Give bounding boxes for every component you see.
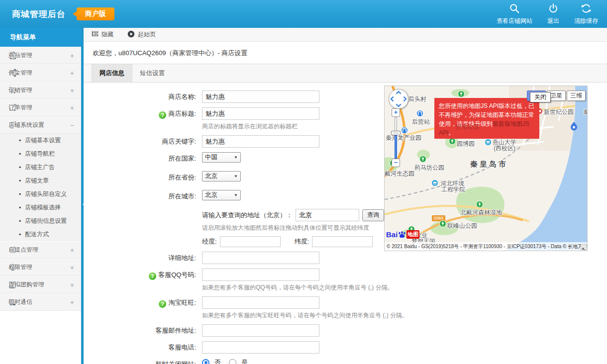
map-pan-control[interactable] <box>389 89 408 109</box>
bullet-icon: • <box>19 191 21 198</box>
map-marker-school-icon <box>431 180 438 186</box>
qq-hint: 如果您有多个客服的QQ号码，请在每个号码之间使用半角逗号 (,) 分隔。 <box>202 283 394 292</box>
start-page-button[interactable]: 起始页 <box>127 30 156 39</box>
city-select[interactable]: 北京▼ <box>202 190 241 200</box>
sidebar-subitem[interactable]: •店铺基本设置 <box>0 134 81 147</box>
expand-toggle-icon: − <box>70 121 74 129</box>
start-page-label: 起始页 <box>138 30 156 39</box>
sidebar-subitem[interactable]: •配送方式 <box>0 228 81 241</box>
map-marker-drop-icon <box>570 122 578 131</box>
sidebar-item[interactable]: 佣金管理+ <box>0 64 81 82</box>
shop-keywords-input[interactable] <box>202 135 319 148</box>
radio-label: 否 <box>214 358 221 364</box>
baidu-map-badge: 地图 <box>406 230 419 239</box>
close-site-label: 暂时关闭网站: <box>92 358 202 364</box>
shop-name-input[interactable] <box>202 91 319 103</box>
map-place-label: 戴河生态园 <box>385 170 414 178</box>
province-select[interactable]: 北京▼ <box>202 171 241 182</box>
sidebar-subitem[interactable]: •店铺头部自定义 <box>0 187 81 201</box>
map-place-label: 秦皇岛市 <box>470 160 508 169</box>
map-place-label: 工程学院 <box>441 185 465 194</box>
service-phone-input[interactable] <box>202 341 319 354</box>
sidebar-item[interactable]: 即时通信+ <box>0 293 81 311</box>
map-type-button-三维[interactable]: 三维 <box>567 91 586 101</box>
baidu-map[interactable]: + − 地图卫星三维 关闭 您所使用的地图JS API版本过低，已不再维护，为保… <box>384 86 588 251</box>
longitude-input[interactable] <box>220 236 281 247</box>
tab-active[interactable]: 网店信息 <box>92 64 132 82</box>
latitude-label: 纬度: <box>295 237 309 246</box>
sidebar: 导航菜单 商品管理+佣金管理+促销管理+订单管理+店铺系统设置−•店铺基本设置•… <box>0 28 81 364</box>
qq-input[interactable] <box>202 269 319 281</box>
city-label: 所在城市: <box>92 190 202 202</box>
sidebar-item[interactable]: 促销管理+ <box>0 82 81 99</box>
country-select[interactable]: 中国▼ <box>202 152 241 163</box>
wangwang-input[interactable] <box>202 296 319 309</box>
service-email-label: 客服邮件地址: <box>92 324 202 337</box>
shop-title-hint: 商店的标题将显示在浏览器的标题栏 <box>202 122 319 131</box>
help-icon[interactable]: ? <box>159 300 166 308</box>
baidu-logo: Bai 地图 <box>386 230 419 239</box>
tab-bar: 网店信息短信设置 <box>84 64 607 83</box>
header-action-search[interactable]: 查看店铺网站 <box>497 3 532 25</box>
sidebar-item[interactable]: 虚拟团购管理+ <box>0 276 81 293</box>
expand-toggle-icon: + <box>70 298 74 306</box>
address-query-button[interactable]: 查询 <box>362 209 384 221</box>
shop-keywords-label: 商店关键字: <box>92 135 202 148</box>
sidebar-item[interactable]: 自提点管理+ <box>0 241 81 259</box>
page: 商城管理后台 商户版 查看店铺网站退出清除缓存 导航菜单 商品管理+佣金管理+促… <box>0 0 607 364</box>
map-zoom-out-button[interactable]: − <box>392 159 400 167</box>
shop-title-input[interactable] <box>202 107 319 120</box>
expand-toggle-icon: + <box>70 281 74 289</box>
header-action-power[interactable]: 退出 <box>547 3 559 25</box>
bullet-icon: • <box>19 231 21 238</box>
map-zoom-slider-handle[interactable] <box>391 131 401 135</box>
sidebar-subitem[interactable]: •店铺模板选择 <box>0 201 81 214</box>
map-marker-park-icon <box>449 138 456 145</box>
baidu-paw-icon <box>398 231 406 238</box>
sidebar-item-label: 订单管理 <box>8 103 32 112</box>
map-place-label: 新世纪公园 <box>544 108 574 116</box>
map-place-label: 后头村 <box>408 95 426 103</box>
hide-button[interactable]: 隐藏 <box>92 30 113 39</box>
hide-label: 隐藏 <box>101 30 113 39</box>
sidebar-subitem[interactable]: •店铺导航栏 <box>0 147 81 161</box>
map-copyright: © 2021 Baidu - GS(2019)5218号 - 甲测资字11009… <box>385 242 587 251</box>
service-email-input[interactable] <box>202 324 319 337</box>
map-place-label: 园博园 <box>457 140 475 148</box>
sidebar-menu: 商品管理+佣金管理+促销管理+订单管理+店铺系统设置−•店铺基本设置•店铺导航栏… <box>0 47 81 311</box>
latitude-input[interactable] <box>312 236 373 247</box>
map-marker-metro-icon <box>416 110 423 117</box>
expand-toggle-icon: + <box>70 104 74 112</box>
sidebar-subitem[interactable]: •店铺街信息设置 <box>0 214 81 228</box>
map-warning-close-button[interactable]: 关闭 <box>530 92 551 102</box>
map-place-label: 北戴河森林湿地 <box>460 208 502 217</box>
map-zoom-in-button[interactable]: + <box>392 108 400 117</box>
map-api-warning: 您所使用的地图JS API版本过低，已不再维护，为保证地图基本功能正常使用，请尽… <box>434 98 539 139</box>
close-site-radio-是[interactable] <box>229 359 236 364</box>
map-marker-park-icon <box>439 220 446 227</box>
map-marker-school-icon <box>485 139 492 146</box>
expand-toggle-icon: + <box>70 69 74 77</box>
sidebar-item[interactable]: 订单管理+ <box>0 99 81 116</box>
sidebar-item-label: 店铺系统设置 <box>8 121 44 129</box>
sidebar-subitem[interactable]: •店铺主广告 <box>0 161 81 174</box>
header-action-refresh[interactable]: 清除缓存 <box>574 3 598 25</box>
address-query-input[interactable] <box>296 209 359 221</box>
close-site-radios: 否是 <box>202 358 253 364</box>
close-site-radio-否[interactable] <box>202 359 209 364</box>
sidebar-title: 导航菜单 <box>0 28 81 47</box>
help-icon[interactable]: ? <box>159 111 166 119</box>
shop-name-label: 商店名称: <box>92 91 202 103</box>
sidebar-item[interactable]: 权限管理+ <box>0 259 81 276</box>
sidebar-subitem-label: 店铺街信息设置 <box>25 217 67 225</box>
sidebar-item-label: 即时通信 <box>8 298 32 306</box>
sidebar-subitem-label: 店铺基本设置 <box>25 136 61 145</box>
map-marker-metro-icon <box>401 127 408 134</box>
help-icon[interactable]: ? <box>149 273 156 280</box>
detail-address-input[interactable] <box>202 252 319 264</box>
sidebar-item[interactable]: 店铺系统设置− <box>0 116 81 134</box>
tab-inactive[interactable]: 短信设置 <box>132 64 172 82</box>
sidebar-subitem[interactable]: •店铺文章 <box>0 174 81 187</box>
sidebar-subitem-label: 店铺导航栏 <box>25 150 55 158</box>
sidebar-item[interactable]: 商品管理+ <box>0 47 81 64</box>
